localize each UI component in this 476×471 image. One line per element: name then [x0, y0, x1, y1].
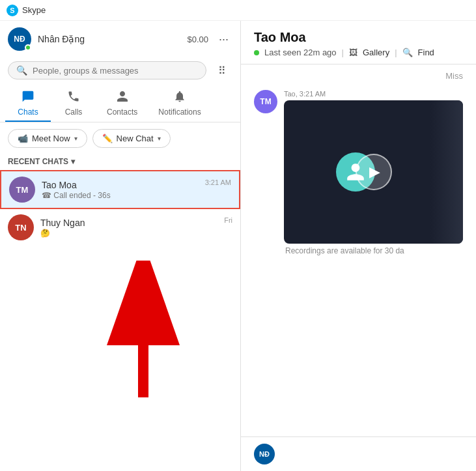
- search-icon: 🔍: [16, 65, 27, 76]
- app-icon: S: [7, 5, 18, 16]
- tab-calls-label: Calls: [65, 107, 83, 117]
- main-layout: NĐ Nhân Đặng $0.00 ··· 🔍 ⠿ Chats: [0, 21, 476, 471]
- app-name: Skype: [22, 5, 46, 15]
- profile-credit: $0.00: [187, 35, 208, 44]
- chat-header: Tao Moa Last seen 22m ago | 🖼 Gallery | …: [241, 21, 476, 64]
- chat-name-tao-moa: Tao Moa: [42, 180, 199, 190]
- chat-list: TM Tao Moa ☎ Call ended - 36s 3:21 AM TN…: [0, 170, 240, 471]
- avatar[interactable]: NĐ: [8, 27, 31, 51]
- action-buttons: 📹 Meet Now ▾ ✏️ New Chat ▾: [0, 122, 240, 154]
- recent-chats-chevron: ▾: [71, 157, 75, 166]
- recordings-note: Recordings are available for 30 da: [284, 246, 463, 255]
- dialpad-button[interactable]: ⠿: [212, 60, 232, 81]
- chat-time-tao-moa: 3:21 AM: [205, 178, 231, 186]
- right-panel: Tao Moa Last seen 22m ago | 🖼 Gallery | …: [241, 21, 476, 471]
- chat-name-thuy-ngan: Thuy Ngan: [40, 218, 217, 228]
- nav-tabs: Chats Calls Contacts Notifications: [0, 86, 240, 122]
- video-fade: [430, 100, 463, 244]
- miss-label: Miss: [241, 64, 476, 83]
- video-thumbnail[interactable]: ▶: [284, 100, 463, 244]
- find-icon: 🔍: [402, 48, 413, 57]
- tab-notifications[interactable]: Notifications: [148, 86, 211, 122]
- new-chat-chevron: ▾: [158, 135, 161, 142]
- notifications-icon: [173, 90, 186, 106]
- search-row: 🔍 ⠿: [0, 57, 240, 86]
- more-options-button[interactable]: ···: [215, 30, 232, 49]
- bottom-avatar: NĐ: [254, 444, 275, 464]
- find-link[interactable]: Find: [418, 48, 434, 57]
- message-area: TM Tao, 3:21 AM ▶ Recordings are av: [241, 83, 476, 436]
- section-label-recent: Recent Chats ▾: [0, 154, 240, 170]
- chats-icon: [21, 90, 35, 106]
- sidebar: NĐ Nhân Đặng $0.00 ··· 🔍 ⠿ Chats: [0, 21, 241, 471]
- gallery-icon: 🖼: [349, 48, 357, 57]
- message-row: TM Tao, 3:21 AM ▶ Recordings are av: [254, 90, 463, 255]
- new-chat-button[interactable]: ✏️ New Chat ▾: [92, 129, 171, 148]
- msg-content: Tao, 3:21 AM ▶ Recordings are available …: [284, 90, 463, 255]
- search-box: 🔍: [8, 61, 206, 79]
- tab-notifications-label: Notifications: [158, 107, 201, 117]
- chat-avatar-tao-moa: TM: [9, 177, 35, 203]
- status-dot: [25, 44, 31, 51]
- chat-time-thuy-ngan: Fri: [224, 216, 232, 224]
- chat-header-meta: Last seen 22m ago | 🖼 Gallery | 🔍 Find: [254, 48, 463, 57]
- chat-info-thuy-ngan: Thuy Ngan 🤔: [40, 218, 217, 238]
- chat-header-name: Tao Moa: [254, 30, 463, 45]
- profile-row: NĐ Nhân Đặng $0.00 ···: [0, 21, 240, 57]
- chat-bottom: NĐ: [241, 436, 476, 471]
- chat-preview-tao-moa: ☎ Call ended - 36s: [42, 191, 199, 200]
- meet-now-chevron: ▾: [74, 135, 77, 142]
- tab-chats-label: Chats: [18, 107, 38, 117]
- chat-item-tao-moa[interactable]: TM Tao Moa ☎ Call ended - 36s 3:21 AM: [0, 170, 240, 209]
- calls-icon: [67, 90, 80, 106]
- chat-item-thuy-ngan[interactable]: TN Thuy Ngan 🤔 Fri: [0, 209, 240, 246]
- tab-chats[interactable]: Chats: [5, 86, 51, 122]
- chat-avatar-thuy-ngan: TN: [8, 214, 34, 240]
- meet-now-label: Meet Now: [32, 134, 70, 143]
- meet-now-button[interactable]: 📹 Meet Now ▾: [8, 129, 87, 148]
- new-chat-icon: ✏️: [102, 134, 113, 143]
- msg-avatar-tm: TM: [254, 90, 277, 113]
- play-icon: ▶: [369, 164, 380, 180]
- play-button[interactable]: ▶: [356, 154, 392, 190]
- profile-name: Nhân Đặng: [38, 34, 178, 44]
- search-input[interactable]: [33, 66, 198, 76]
- tab-contacts[interactable]: Contacts: [96, 86, 148, 122]
- tab-calls[interactable]: Calls: [51, 86, 96, 122]
- online-indicator: [254, 50, 259, 55]
- meet-now-icon: 📹: [18, 134, 28, 143]
- last-seen-status: Last seen 22m ago: [264, 48, 337, 57]
- chat-preview-thuy-ngan: 🤔: [40, 229, 217, 238]
- recent-chats-label: Recent Chats: [8, 157, 68, 166]
- contacts-icon: [116, 90, 129, 106]
- title-bar: S Skype: [0, 0, 476, 21]
- msg-sender-time: Tao, 3:21 AM: [284, 90, 463, 98]
- new-chat-label: New Chat: [117, 134, 154, 143]
- tab-contacts-label: Contacts: [107, 107, 137, 117]
- gallery-link[interactable]: Gallery: [363, 48, 389, 57]
- chat-info-tao-moa: Tao Moa ☎ Call ended - 36s: [42, 180, 199, 200]
